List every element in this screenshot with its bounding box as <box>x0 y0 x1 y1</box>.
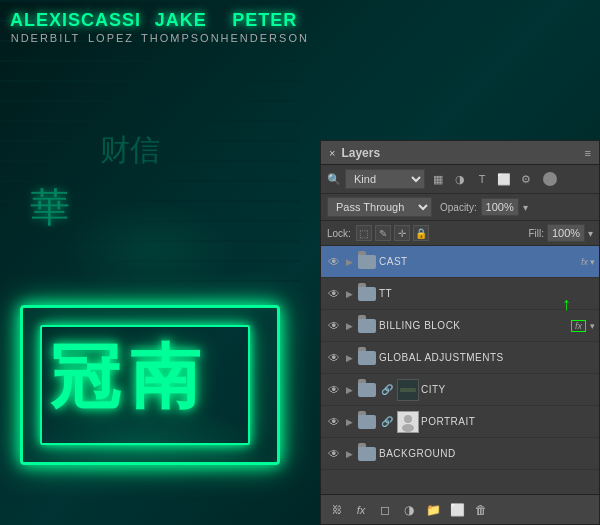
fx-green-box: fx <box>571 320 586 332</box>
layer-eye-cast[interactable]: 👁 <box>325 253 343 271</box>
fill-input[interactable] <box>547 224 585 242</box>
lock-row: Lock: ⬚ ✎ ✛ 🔒 Fill: ▾ <box>321 221 599 246</box>
filter-type-btn[interactable]: T <box>473 170 491 188</box>
svg-rect-1 <box>400 388 416 392</box>
toolbar-link-btn[interactable]: ⛓ <box>327 500 347 520</box>
layer-eye-billing[interactable]: 👁 <box>325 317 343 335</box>
layer-thumb-city <box>397 379 419 401</box>
layer-item-background[interactable]: 👁 ▶ BACKGROUND <box>321 438 599 470</box>
toolbar-mask-btn[interactable]: ◻ <box>375 500 395 520</box>
filter-pixel-btn[interactable]: ▦ <box>429 170 447 188</box>
layer-eye-portrait[interactable]: 👁 <box>325 413 343 431</box>
layer-expand-global[interactable]: ▶ <box>343 352 355 364</box>
layer-item-city[interactable]: 👁 ▶ 🔗 CITY <box>321 374 599 406</box>
lock-position-btn[interactable]: ✛ <box>394 225 410 241</box>
panel-menu-button[interactable]: ≡ <box>585 147 591 159</box>
toolbar-folder-btn[interactable]: 📁 <box>423 500 443 520</box>
chinese-char-top-2: 财信 <box>100 130 160 171</box>
blend-mode-select[interactable]: Pass Through Normal Multiply Screen Over… <box>327 197 432 217</box>
names-row: ALEXIS NDERBILT CASSI LOPEZ JAKE THOMPSO… <box>0 10 310 44</box>
lock-label: Lock: <box>327 228 351 239</box>
name-first-2: JAKE <box>141 10 221 32</box>
layer-folder-billing <box>358 319 376 333</box>
toolbar-adjustment-btn[interactable]: ◑ <box>399 500 419 520</box>
filter-toggle[interactable] <box>543 172 557 186</box>
filter-shape-btn[interactable]: ⬜ <box>495 170 513 188</box>
chain-icon-portrait: 🔗 <box>381 416 393 427</box>
layer-name-portrait: PORTRAIT <box>421 416 595 427</box>
name-block-0: ALEXIS NDERBILT <box>10 10 81 44</box>
layers-panel: × Layers ≡ 🔍 Kind ▦ ◑ T ⬜ ⚙ Pass Through… <box>320 140 600 525</box>
name-block-3: PETER HENDERSON <box>221 10 309 44</box>
layer-eye-global[interactable]: 👁 <box>325 349 343 367</box>
layer-name-cast: CAST <box>379 256 581 267</box>
svg-point-4 <box>402 424 414 432</box>
layer-expand-cast[interactable]: ▶ <box>343 256 355 268</box>
panel-title-left: × Layers <box>329 146 380 160</box>
layer-item-tt[interactable]: 👁 ▶ TT <box>321 278 599 310</box>
layer-folder-city <box>358 383 376 397</box>
filter-adjustment-btn[interactable]: ◑ <box>451 170 469 188</box>
layer-expand-background[interactable]: ▶ <box>343 448 355 460</box>
name-last-1: LOPEZ <box>81 32 141 44</box>
filter-icons: ▦ ◑ T ⬜ ⚙ <box>429 170 535 188</box>
chinese-char-1: 冠 <box>50 331 120 425</box>
name-last-3: HENDERSON <box>221 32 309 44</box>
chain-icon-city: 🔗 <box>381 384 393 395</box>
fx-arrow-billing[interactable]: ▾ <box>590 321 595 331</box>
layer-expand-tt[interactable]: ▶ <box>343 288 355 300</box>
layer-folder-global <box>358 351 376 365</box>
layer-folder-cast <box>358 255 376 269</box>
layer-thumb-portrait <box>397 411 419 433</box>
layer-name-tt: TT <box>379 288 595 299</box>
blend-mode-row: Pass Through Normal Multiply Screen Over… <box>321 194 599 221</box>
name-first-1: CASSI <box>81 10 141 32</box>
layer-folder-background <box>358 447 376 461</box>
layer-folder-tt <box>358 287 376 301</box>
fill-label: Fill: <box>528 228 544 239</box>
name-first-0: ALEXIS <box>10 10 81 32</box>
layer-name-city: CITY <box>421 384 595 395</box>
fx-arrow-cast[interactable]: ▾ <box>590 257 595 267</box>
layer-name-global: GLOBAL ADJUSTMENTS <box>379 352 595 363</box>
layer-item-billing-block[interactable]: 👁 ▶ BILLING BLOCK ↑ fx ▾ <box>321 310 599 342</box>
toolbar-delete-btn[interactable]: 🗑 <box>471 500 491 520</box>
name-block-1: CASSI LOPEZ <box>81 10 141 44</box>
opacity-arrow: ▾ <box>523 202 528 213</box>
fx-badge-cast: fx <box>581 257 588 267</box>
layer-eye-tt[interactable]: 👁 <box>325 285 343 303</box>
opacity-label: Opacity: <box>440 202 477 213</box>
opacity-input[interactable] <box>481 198 519 216</box>
filter-kind-select[interactable]: Kind <box>345 169 425 189</box>
layer-item-portrait[interactable]: 👁 ▶ 🔗 PORTRAIT <box>321 406 599 438</box>
panel-toolbar: ⛓ fx ◻ ◑ 📁 ⬜ 🗑 <box>321 494 599 524</box>
layer-item-cast[interactable]: 👁 ▶ CAST fx ▾ <box>321 246 599 278</box>
layer-expand-portrait[interactable]: ▶ <box>343 416 355 428</box>
panel-title: Layers <box>341 146 380 160</box>
filter-smart-btn[interactable]: ⚙ <box>517 170 535 188</box>
svg-point-3 <box>404 415 412 423</box>
layer-expand-billing[interactable]: ▶ <box>343 320 355 332</box>
layer-list[interactable]: 👁 ▶ CAST fx ▾ 👁 ▶ TT 👁 ▶ BILLING BLO <box>321 246 599 494</box>
name-last-0: NDERBILT <box>10 32 81 44</box>
layer-eye-background[interactable]: 👁 <box>325 445 343 463</box>
layer-expand-city[interactable]: ▶ <box>343 384 355 396</box>
lock-image-btn[interactable]: ✎ <box>375 225 391 241</box>
layer-item-global-adj[interactable]: 👁 ▶ GLOBAL ADJUSTMENTS <box>321 342 599 374</box>
fill-arrow: ▾ <box>588 228 593 239</box>
toolbar-artboard-btn[interactable]: ⬜ <box>447 500 467 520</box>
layer-folder-portrait <box>358 415 376 429</box>
layer-name-background: BACKGROUND <box>379 448 595 459</box>
panel-titlebar: × Layers ≡ <box>321 141 599 165</box>
panel-close-button[interactable]: × <box>329 147 335 159</box>
toolbar-fx-btn[interactable]: fx <box>351 500 371 520</box>
layer-name-billing: BILLING BLOCK <box>379 320 571 331</box>
lock-artboard-btn[interactable]: 🔒 <box>413 225 429 241</box>
chinese-char-top-1: 華 <box>30 180 70 235</box>
lock-transparent-btn[interactable]: ⬚ <box>356 225 372 241</box>
chinese-char-2: 南 <box>130 331 200 425</box>
name-block-2: JAKE THOMPSON <box>141 10 221 44</box>
filter-row: 🔍 Kind ▦ ◑ T ⬜ ⚙ <box>321 165 599 194</box>
name-first-3: PETER <box>221 10 309 32</box>
layer-eye-city[interactable]: 👁 <box>325 381 343 399</box>
